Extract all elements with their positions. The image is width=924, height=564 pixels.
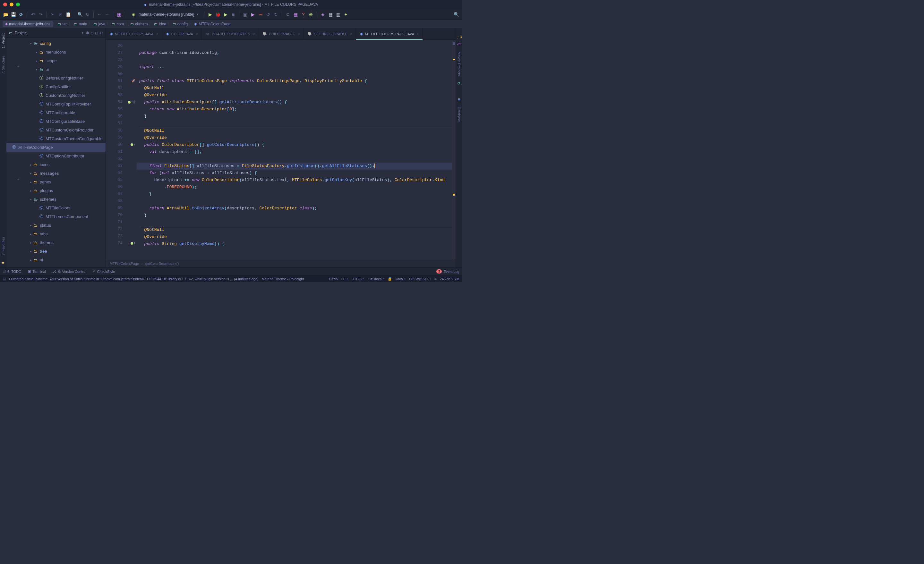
window-maximize-button[interactable] <box>16 3 20 6</box>
tree-item[interactable]: ⒸMTFileColors <box>6 203 105 212</box>
code-line[interactable] <box>139 120 452 127</box>
tree-item[interactable]: ▸🗀panes <box>6 178 105 186</box>
tree-item[interactable]: ⒸMTOptionContributor <box>6 152 105 160</box>
code-line[interactable]: @Override <box>139 134 452 141</box>
tab-close-icon[interactable]: × <box>350 32 352 36</box>
chevron-down-icon[interactable]: ▼ <box>81 31 84 34</box>
plugin-icon[interactable]: ✦ <box>343 11 349 18</box>
tab-close-icon[interactable]: × <box>252 32 254 36</box>
code-line[interactable]: val descriptors = []; <box>139 148 452 156</box>
editor-tab[interactable]: </>GRADLE.PROPERTIES× <box>202 28 259 39</box>
coverage-icon[interactable]: ▶ <box>222 11 229 18</box>
chevron-right-icon[interactable]: ▸ <box>29 241 33 244</box>
code-line[interactable] <box>139 57 452 63</box>
open-icon[interactable]: 📂 <box>3 11 9 18</box>
copy-icon[interactable]: ⎘ <box>57 11 63 18</box>
status-memory[interactable]: 245 of 667M <box>440 277 459 281</box>
tree-item[interactable]: ▸🗀ui <box>6 256 105 264</box>
tree-item[interactable]: ▾🗁config <box>6 39 105 48</box>
tree-item[interactable]: ⒾCustomConfigNotifier <box>6 91 105 100</box>
find-icon[interactable]: 🔍 <box>76 11 83 18</box>
settings-icon[interactable]: ⚙ <box>99 31 103 35</box>
panel-title[interactable]: Project <box>15 31 79 35</box>
chevron-down-icon[interactable]: ▾ <box>29 42 33 45</box>
rail-structure[interactable]: 7: Structure <box>1 53 5 76</box>
breadcrumb-item[interactable]: 🗀java <box>92 21 107 27</box>
tree-item[interactable]: ▸🗀tabs <box>6 230 105 238</box>
status-git-stat[interactable]: Git Stat: 5↑ 0↓ <box>409 277 431 281</box>
tab-close-icon[interactable]: × <box>156 32 158 36</box>
sort-icon[interactable]: ✱ <box>86 31 89 35</box>
paste-icon[interactable]: 📋 <box>65 11 71 18</box>
status-theme[interactable]: Material Theme - Palenight <box>262 277 304 281</box>
stop-icon[interactable]: ■ <box>230 11 237 18</box>
forward-icon[interactable]: → <box>104 11 110 18</box>
tree-item[interactable]: ▸🗀plugins <box>6 186 105 195</box>
error-stripe[interactable] <box>452 40 456 260</box>
status-git[interactable]: Git: docs ÷ <box>368 277 385 281</box>
breadcrumb-item[interactable]: 🗀main <box>72 21 89 27</box>
code-line[interactable]: public ColorDescriptor[] getColorDescrip… <box>139 141 452 148</box>
code-line[interactable]: descriptors += new ColorDescriptor(allFi… <box>139 177 452 184</box>
breadcrumb-item[interactable]: ◉MTFileColorsPage <box>192 21 232 27</box>
tree-item[interactable]: ▸🗀status <box>6 221 105 230</box>
run-configuration-selector[interactable]: ◉ material-theme-jetbrains [runIde] ▼ <box>128 10 201 18</box>
attach-icon[interactable]: ⫘ <box>257 11 264 18</box>
tree-item[interactable]: ▸🗀icons <box>6 160 105 169</box>
code-line[interactable] <box>139 198 452 205</box>
code-line[interactable]: } <box>139 191 452 198</box>
tree-item[interactable]: ▸🗀menuIcons <box>6 48 105 57</box>
bottom-tab[interactable]: ▣ Terminal <box>28 269 46 274</box>
code-line[interactable]: @Override <box>139 92 452 99</box>
editor-tab[interactable]: ◉COLOR.JAVA× <box>162 28 202 39</box>
window-close-button[interactable] <box>3 3 7 6</box>
redo-icon[interactable]: ↷ <box>38 11 44 18</box>
project-tree[interactable]: ▾🗁config▸🗀menuIcons▸🗀scope▾🗁uiⒾBeforeCon… <box>6 38 105 268</box>
tree-item[interactable]: ⒸMTConfigurableBase <box>6 117 105 126</box>
status-lock-icon[interactable]: 🔒 <box>388 277 392 281</box>
columns-icon[interactable]: ▥ <box>335 11 341 18</box>
save-icon[interactable]: 💾 <box>10 11 16 18</box>
layout-icon[interactable]: ▦ <box>327 11 334 18</box>
tab-close-icon[interactable]: × <box>298 32 300 36</box>
refresh-icon[interactable]: ⟳ <box>458 81 461 85</box>
settings-icon[interactable]: ⚙ <box>285 11 291 18</box>
chevron-right-icon[interactable]: ▸ <box>29 189 33 192</box>
code-line[interactable] <box>139 70 452 78</box>
breadcrumb-item[interactable]: 🗀com <box>110 21 126 27</box>
code-line[interactable] <box>139 156 452 163</box>
code-line[interactable]: } <box>139 212 452 219</box>
bottom-tab[interactable]: ✓ CheckStyle <box>93 269 115 274</box>
tree-item[interactable]: ▾🗁ui <box>6 65 105 74</box>
chevron-right-icon[interactable]: ▸ <box>29 232 33 236</box>
tree-item[interactable]: ▸🗀messages <box>6 169 105 178</box>
tree-item[interactable]: ▾🗁schemes <box>6 195 105 203</box>
restore-icon[interactable]: ↻ <box>273 11 279 18</box>
profile-icon[interactable]: ▶ <box>250 11 256 18</box>
status-position[interactable]: 63:95 <box>329 277 338 281</box>
breadcrumb-item[interactable]: 🗀src <box>56 21 69 27</box>
debug-icon[interactable]: 🐞 <box>214 11 221 18</box>
db-icon[interactable]: ◈ <box>320 11 326 18</box>
code-line[interactable]: return ArrayUtil.toObjectArray(descripto… <box>139 205 452 212</box>
tree-item[interactable]: ⒾConfigNotifier <box>6 82 105 91</box>
editor-tab[interactable]: 🐘SETTINGS.GRADLE× <box>304 28 356 39</box>
target-icon[interactable]: ⊙ <box>90 31 94 35</box>
run-target-icon[interactable]: ▣ <box>242 11 248 18</box>
code-content[interactable]: package com.chrisrm.idea.config; import … <box>136 40 452 260</box>
chevron-right-icon[interactable]: ▸ <box>29 181 33 184</box>
refresh-icon[interactable]: ⟳ <box>18 11 24 18</box>
chevron-down-icon[interactable]: ▾ <box>34 68 39 71</box>
tree-item[interactable]: ⒾBeforeConfigNotifier <box>6 74 105 82</box>
tree-item[interactable]: ⒸMTCustomThemeConfigurable <box>6 134 105 143</box>
code-line[interactable]: return new AttributesDescriptor[0]; <box>139 106 452 113</box>
breadcrumb-item[interactable]: 🗀chrisrm <box>128 21 150 27</box>
code-line[interactable]: @NotNull <box>139 85 452 92</box>
chevron-down-icon[interactable]: ▾ <box>29 198 33 201</box>
replace-icon[interactable]: ↻ <box>84 11 91 18</box>
editor-body[interactable]: 2627282950515253545556575859606162636465… <box>106 40 456 260</box>
rail-favorites[interactable]: 2: Favorites <box>1 234 5 258</box>
eb-item[interactable]: MTFileColorsPage <box>110 262 139 265</box>
search-everywhere-icon[interactable]: 🔍 <box>453 11 459 18</box>
status-encoding[interactable]: UTF-8 ÷ <box>352 277 364 281</box>
